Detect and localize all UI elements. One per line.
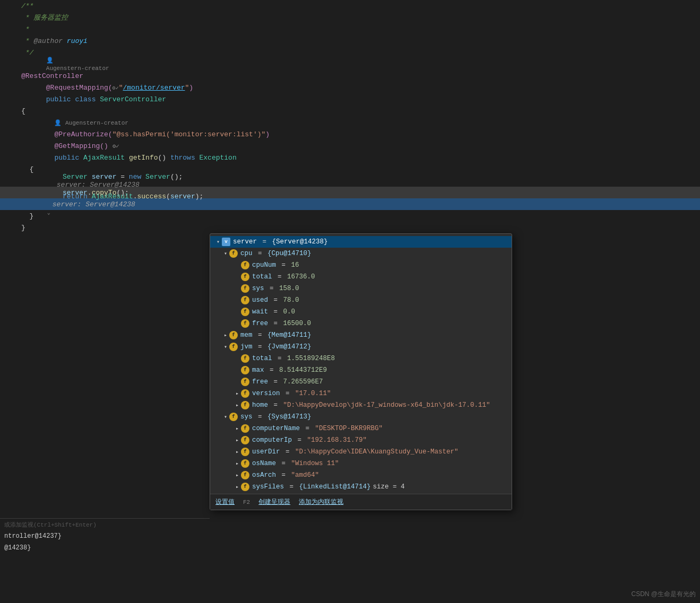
add-inline-watch-button[interactable]: 添加为内联监视 <box>299 497 343 506</box>
debug-item-cpunum[interactable]: ▸ f cpuNum = 16 <box>210 259 512 271</box>
field-value-sysfiles: {LinkedList@14714} <box>299 483 371 491</box>
field-value-jvm-max: 8.51443712E9 <box>279 366 327 374</box>
code-line-18: return AjaxResult.success(server); serve… <box>0 198 700 210</box>
field-value-used: 78.0 <box>283 296 299 304</box>
left-panel-add-watch[interactable]: 或添加监视(Ctrl+Shift+Enter) <box>0 519 210 530</box>
field-value-jvm: {Jvm@14712} <box>267 343 312 351</box>
debug-item-free-cpu[interactable]: ▸ f free = 16500.0 <box>210 318 512 329</box>
debug-item-osname[interactable]: ▸ f osName = "Windows 11" <box>210 458 512 469</box>
field-value-mem: {Mem@14711} <box>267 331 312 339</box>
sysfiles-extra: size = 4 <box>373 483 405 491</box>
expand-arrow-osarch[interactable]: ▸ <box>234 472 241 478</box>
debug-item-version[interactable]: ▸ f version = "17.0.11" <box>210 388 512 399</box>
field-icon-jvm-max: f <box>241 366 249 374</box>
debug-item-sys-obj[interactable]: ▾ f sys = {Sys@14713} <box>210 411 512 423</box>
field-icon-jvm: f <box>229 343 238 351</box>
code-line-6: 👤 Augenstern-creator <box>0 58 700 70</box>
field-value-computerip: "192.168.31.79" <box>307 436 367 444</box>
debug-footer: 设置值 F2 创建呈现器 添加为内联监视 <box>210 494 512 510</box>
expand-arrow-jvm-free: ▸ <box>234 379 241 385</box>
controller-var: ntroller@14237} <box>4 532 62 540</box>
debug-variable-popup: ▾ v server = {Server@14238} ▾ f cpu = {C… <box>210 233 512 510</box>
field-name-userdir: userDir <box>252 448 280 456</box>
expand-arrow-sys-obj[interactable]: ▾ <box>222 414 229 420</box>
field-icon-osarch: f <box>241 471 249 479</box>
expand-arrow-computerip[interactable]: ▸ <box>234 437 241 443</box>
field-icon-computerip: f <box>241 436 249 444</box>
debug-item-wait[interactable]: ▸ f wait = 0.0 <box>210 306 512 318</box>
field-name-version: version <box>252 390 280 397</box>
debug-item-total[interactable]: ▸ f total = 16736.0 <box>210 271 512 283</box>
left-panel-item-server[interactable]: @14238} <box>0 542 210 554</box>
set-value-button[interactable]: 设置值 <box>215 497 235 506</box>
field-name-wait: wait <box>252 308 268 316</box>
field-name-cpu: cpu <box>240 250 253 257</box>
field-value-jvm-free: 7.265596E7 <box>283 378 323 386</box>
debug-item-jvm-free[interactable]: ▸ f free = 7.265596E7 <box>210 376 512 388</box>
debug-item-computerip[interactable]: ▸ f computerIp = "192.168.31.79" <box>210 434 512 446</box>
field-icon-sys-obj: f <box>229 413 238 421</box>
debug-item-jvm-max[interactable]: ▸ f max = 8.51443712E9 <box>210 364 512 376</box>
field-name-mem: mem <box>240 331 253 339</box>
field-value-userdir: "D:\HappyCode\IDEA\KuangStudy_Vue-Master… <box>295 448 459 456</box>
field-value-cpu: {Cpu@14710} <box>267 250 312 257</box>
expand-arrow-server[interactable]: ▾ <box>214 239 222 245</box>
code-line-14: public AjaxResult getInfo() throws Excep… <box>0 152 700 163</box>
field-icon-jvm-free: f <box>241 378 249 386</box>
debug-item-jvm-total[interactable]: ▸ f total = 1.55189248E8 <box>210 353 512 364</box>
debug-item-used[interactable]: ▸ f used = 78.0 <box>210 294 512 306</box>
expand-arrow-mem[interactable]: ▸ <box>222 332 229 338</box>
debug-item-server-root[interactable]: ▾ v server = {Server@14238} <box>210 236 512 248</box>
expand-arrow-home[interactable]: ▸ <box>234 402 241 408</box>
field-name-osname: osName <box>252 460 276 467</box>
field-value-osname: "Windows 11" <box>291 460 339 467</box>
create-renderer-button[interactable]: 创建呈现器 <box>258 497 290 506</box>
watermark: CSDN @生命是有光的 <box>631 590 696 599</box>
field-icon-sys-cpu: f <box>241 284 249 293</box>
expand-arrow-total: ▸ <box>234 274 241 280</box>
field-icon-osname: f <box>241 459 249 468</box>
debug-item-mem[interactable]: ▸ f mem = {Mem@14711} <box>210 329 512 341</box>
field-value-version: "17.0.11" <box>295 390 331 397</box>
field-name-osarch: osArch <box>252 471 276 479</box>
left-panel-watches: 或添加监视(Ctrl+Shift+Enter) ntroller@14237} … <box>0 518 210 603</box>
expand-arrow-used: ▸ <box>234 297 241 303</box>
left-panel-item-controller[interactable]: ntroller@14237} <box>0 530 210 542</box>
debug-item-computername[interactable]: ▸ f computerName = "DESKTOP-BKR9RBG" <box>210 423 512 434</box>
field-value-osarch: "amd64" <box>291 471 319 479</box>
expand-arrow-userdir[interactable]: ▸ <box>234 449 241 455</box>
field-name-jvm: jvm <box>240 343 253 351</box>
expand-arrow-computername[interactable]: ▸ <box>234 425 241 432</box>
expand-arrow-wait: ▸ <box>234 309 241 315</box>
add-watch-hint: 或添加监视(Ctrl+Shift+Enter) <box>4 521 97 529</box>
field-icon-cpunum: f <box>241 261 249 269</box>
debug-item-sys-cpu[interactable]: ▸ f sys = 158.0 <box>210 283 512 294</box>
debug-item-jvm[interactable]: ▾ f jvm = {Jvm@14712} <box>210 341 512 353</box>
field-name-free-cpu: free <box>252 320 268 327</box>
field-name-jvm-free: free <box>252 378 268 386</box>
field-name-sysfiles: sysFiles <box>252 483 284 491</box>
expand-arrow-osname[interactable]: ▸ <box>234 460 241 467</box>
debug-tree[interactable]: ▾ v server = {Server@14238} ▾ f cpu = {C… <box>210 234 512 494</box>
expand-arrow-version[interactable]: ▸ <box>234 390 241 397</box>
field-icon-cpu: f <box>229 249 238 258</box>
debug-item-osarch[interactable]: ▸ f osArch = "amd64" <box>210 469 512 481</box>
field-icon-sysfiles: f <box>241 483 249 491</box>
expand-arrow-cpunum: ▸ <box>234 262 241 268</box>
var-icon-server: v <box>222 238 230 246</box>
field-name-computerip: computerIp <box>252 436 292 444</box>
field-icon-home: f <box>241 401 249 409</box>
expand-arrow-cpu[interactable]: ▾ <box>222 250 229 257</box>
debug-item-userdir[interactable]: ▸ f userDir = "D:\HappyCode\IDEA\KuangSt… <box>210 446 512 458</box>
set-value-key: F2 <box>243 499 250 505</box>
debug-item-sysfiles[interactable]: ▸ f sysFiles = {LinkedList@14714} size =… <box>210 481 512 493</box>
field-value-sys-cpu: 158.0 <box>279 285 299 292</box>
expand-arrow-sysfiles[interactable]: ▸ <box>234 484 241 490</box>
field-name-jvm-total: total <box>252 355 272 362</box>
expand-arrow-free-cpu: ▸ <box>234 320 241 327</box>
expand-arrow-jvm[interactable]: ▾ <box>222 344 229 350</box>
debug-item-cpu[interactable]: ▾ f cpu = {Cpu@14710} <box>210 248 512 259</box>
field-icon-version: f <box>241 389 249 398</box>
debug-item-home[interactable]: ▸ f home = "D:\HappyDevelop\jdk-17_windo… <box>210 399 512 411</box>
field-name-jvm-max: max <box>252 366 264 374</box>
